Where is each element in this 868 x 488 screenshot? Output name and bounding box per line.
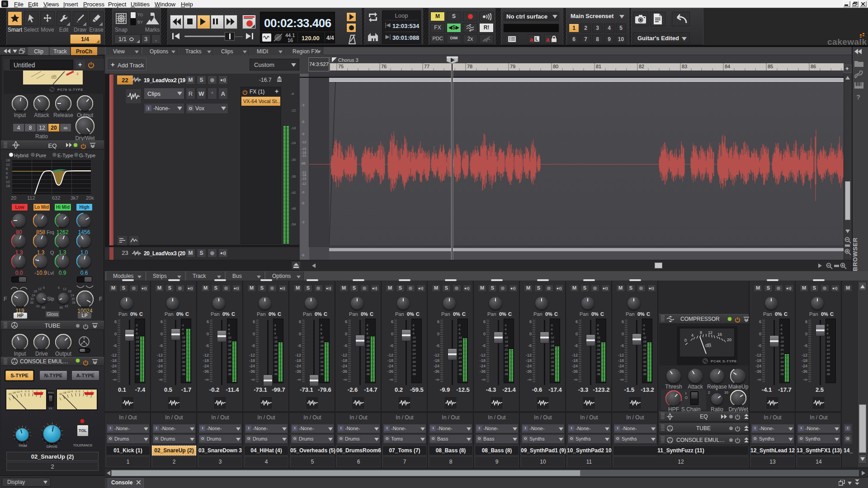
svg-text:12: 12 (708, 330, 712, 335)
svg-text:8: 8 (700, 330, 702, 335)
svg-text:-30: -30 (8, 393, 12, 395)
svg-text:-30: -30 (58, 393, 62, 395)
svg-text:-12: -12 (16, 390, 20, 393)
svg-text:-3: -3 (24, 390, 27, 393)
svg-text:-6: -6 (71, 390, 73, 393)
svg-text:-6: -6 (20, 390, 23, 393)
svg-text:-18: -18 (12, 391, 16, 394)
svg-text:-12: -12 (66, 390, 71, 393)
svg-text:0: 0 (684, 338, 687, 343)
svg-text:-3: -3 (75, 390, 77, 393)
svg-text:20: 20 (727, 338, 731, 342)
svg-text:-18: -18 (62, 391, 66, 394)
svg-text:dB: dB (705, 343, 711, 348)
svg-text:4: 4 (691, 333, 693, 338)
svg-text:16: 16 (717, 332, 722, 337)
